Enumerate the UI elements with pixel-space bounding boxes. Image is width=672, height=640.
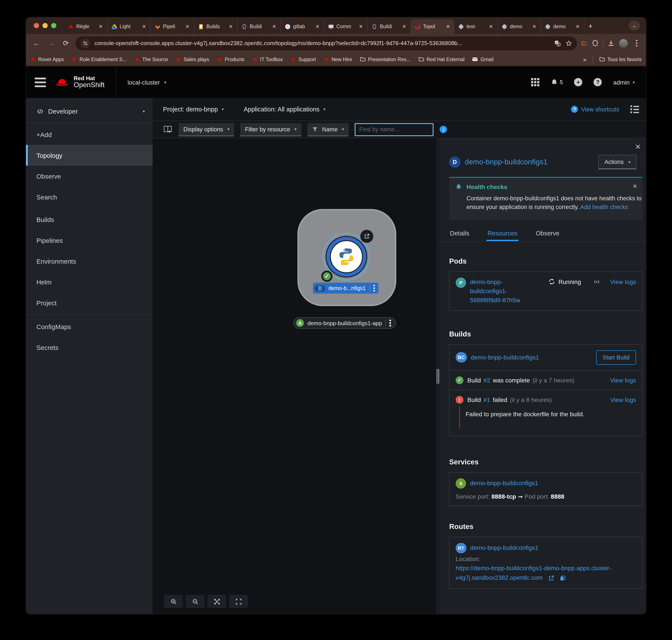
tab-demo-1[interactable]: demo ✕ xyxy=(498,19,541,34)
view-shortcuts-link[interactable]: ? View shortcuts xyxy=(571,106,619,113)
user-menu[interactable]: admin▾ xyxy=(613,79,635,86)
build-number-link[interactable]: #2 xyxy=(483,377,490,383)
tab-close-icon[interactable]: ✕ xyxy=(488,24,494,29)
nav-toggle-hamburger-icon[interactable] xyxy=(35,77,46,87)
bookmark-folder-redhat-external[interactable]: Red Hat External xyxy=(418,56,465,62)
sidebar-item-search[interactable]: Search xyxy=(26,187,152,207)
tab-close-icon[interactable]: ✕ xyxy=(185,24,190,29)
site-info-icon[interactable] xyxy=(81,38,90,48)
bookmark-sales-plays[interactable]: Sales plays xyxy=(176,57,209,62)
filter-by-resource-dropdown[interactable]: Filter by resource▾ xyxy=(240,123,301,136)
buildconfig-name-link[interactable]: demo-bnpp-buildconfigs1 xyxy=(471,353,539,362)
project-selector[interactable]: Project: demo-bnpp▾ xyxy=(163,106,224,113)
profile-avatar[interactable] xyxy=(618,38,628,48)
info-icon[interactable]: i xyxy=(440,126,447,133)
panel-close-icon[interactable]: ✕ xyxy=(635,143,641,151)
tab-close-icon[interactable]: ✕ xyxy=(358,24,364,29)
minimize-window-button[interactable] xyxy=(43,23,48,28)
tab-close-icon[interactable]: ✕ xyxy=(445,24,451,29)
bookmark-role-enablement[interactable]: Role Enablement S... xyxy=(72,57,127,62)
fit-to-screen-button[interactable] xyxy=(207,595,226,608)
zoom-out-button[interactable] xyxy=(186,595,205,608)
sidebar-item-helm[interactable]: Helm xyxy=(26,272,152,292)
bookmark-it-toolbox[interactable]: IT Toolbox xyxy=(252,57,283,62)
new-tab-button[interactable]: + xyxy=(584,19,597,34)
node-label[interactable]: D demo-b...nfigs1 xyxy=(313,283,379,293)
openshift-logo[interactable]: Red HatOpenShift xyxy=(55,76,104,89)
tab-close-icon[interactable]: ✕ xyxy=(272,24,277,29)
bookmark-new-hire[interactable]: New Hire xyxy=(324,57,352,62)
tab-search-chevron[interactable]: ⌄ xyxy=(629,21,640,30)
tab-close-icon[interactable]: ✕ xyxy=(531,24,537,29)
sidebar-item-environments[interactable]: Environments xyxy=(26,251,152,272)
tab-gitlab[interactable]: G gitlab ✕ xyxy=(281,19,324,34)
topology-canvas[interactable]: ✓ D demo-b...nfigs1 A demo-bnpp-buildcon… xyxy=(152,138,436,614)
add-plus-icon[interactable]: + xyxy=(574,78,583,86)
tab-regle[interactable]: Règle ✕ xyxy=(64,19,107,34)
start-build-button[interactable]: Start Build xyxy=(596,350,636,364)
tab-pipeli[interactable]: Pipeli ✕ xyxy=(151,19,194,34)
tab-observe[interactable]: Observe xyxy=(535,227,560,241)
panel-resize-handle[interactable] xyxy=(436,138,440,614)
tab-comm[interactable]: Comm ✕ xyxy=(324,19,368,34)
tab-resources[interactable]: Resources xyxy=(487,227,518,241)
downloads-icon[interactable] xyxy=(608,40,614,46)
cluster-selector[interactable]: local-cluster▾ xyxy=(128,79,166,86)
forward-icon[interactable]: → xyxy=(46,38,56,48)
alert-close-icon[interactable]: ✕ xyxy=(632,183,637,189)
build1-view-logs-link[interactable]: View logs xyxy=(610,396,636,403)
bookmark-gmail[interactable]: Gmail xyxy=(472,56,494,62)
actions-dropdown[interactable]: Actions▾ xyxy=(598,155,637,169)
zoom-in-button[interactable] xyxy=(164,595,183,608)
bookmark-star-icon[interactable] xyxy=(566,40,572,46)
tab-buildi-1[interactable]: Buildi ✕ xyxy=(237,19,281,34)
bookmark-folder-presentation[interactable]: Presentation Res... xyxy=(360,56,411,62)
deployment-node[interactable]: ✓ xyxy=(325,236,367,277)
sidebar-item-project[interactable]: Project xyxy=(26,292,152,313)
name-filter-dropdown[interactable]: Name▾ xyxy=(307,123,349,136)
tab-close-icon[interactable]: ✕ xyxy=(228,24,234,29)
tab-buildi-2[interactable]: Buildi ✕ xyxy=(368,19,411,34)
extensions-puzzle-icon[interactable] xyxy=(592,40,599,46)
address-bar[interactable]: console-openshift-console.apps.cluster-v… xyxy=(75,36,577,50)
tab-topology-active[interactable]: Topol ✕ xyxy=(411,19,454,34)
help-question-icon[interactable]: ? xyxy=(594,78,602,86)
bookmarks-overflow-chevrons[interactable]: » xyxy=(583,56,587,63)
extension-c-icon[interactable]: C: xyxy=(581,40,588,47)
sidebar-item-topology[interactable]: Topology xyxy=(26,145,152,166)
app-launcher-icon[interactable] xyxy=(531,78,539,86)
display-options-dropdown[interactable]: Display options▾ xyxy=(179,123,234,136)
tab-demo-2[interactable]: demo ✕ xyxy=(541,19,584,34)
application-label[interactable]: A demo-bnpp-buildconfigs1-app xyxy=(293,317,396,329)
tab-light[interactable]: Light ✕ xyxy=(107,19,151,34)
bookmark-the-source[interactable]: The Source xyxy=(134,57,168,62)
sidebar-item-configmaps[interactable]: ConfigMaps xyxy=(26,316,152,337)
tab-close-icon[interactable]: ✕ xyxy=(98,24,104,29)
zoom-window-button[interactable] xyxy=(51,23,56,28)
bookmark-all-favorites-folder[interactable]: Tous les favoris xyxy=(599,56,642,62)
tab-close-icon[interactable]: ✕ xyxy=(575,24,581,29)
node-kebab-icon[interactable] xyxy=(370,285,379,292)
route-url-link[interactable]: https://demo-bnpp-buildconfigs1-demo-bnp… xyxy=(456,565,611,581)
build2-view-logs-link[interactable]: View logs xyxy=(610,377,636,383)
pod-status-decorator[interactable]: ✓ xyxy=(321,271,333,282)
application-kebab-icon[interactable] xyxy=(386,320,394,326)
pod-name-link[interactable]: demo-bnpp-buildconfigs1-5886f6f9d9-87h5w xyxy=(470,277,535,305)
reload-icon[interactable]: ⟳ xyxy=(61,38,71,48)
route-name-link[interactable]: demo-bnpp-buildconfigs1 xyxy=(470,543,538,552)
tab-builds[interactable]: Builds ✕ xyxy=(194,19,237,34)
application-selector[interactable]: Application: All applications▾ xyxy=(244,106,325,113)
reset-view-button[interactable] xyxy=(229,595,248,608)
perspective-switcher[interactable]: Developer ▾ xyxy=(26,98,152,123)
browser-menu-kebab-icon[interactable] xyxy=(632,40,641,47)
external-link-icon[interactable] xyxy=(548,575,554,581)
list-view-toggle-icon[interactable] xyxy=(630,105,639,113)
service-name-link[interactable]: demo-bnpp-buildconfigs1 xyxy=(470,479,538,488)
sidebar-item-builds[interactable]: Builds xyxy=(26,209,152,230)
sidebar-item-secrets[interactable]: Secrets xyxy=(26,337,152,358)
pod-view-logs-link[interactable]: View logs xyxy=(610,278,636,285)
add-health-checks-link[interactable]: Add health checks xyxy=(580,204,628,210)
sidebar-item-pipelines[interactable]: Pipelines xyxy=(26,230,152,251)
bookmark-rover-apps[interactable]: Rover Apps xyxy=(30,57,64,62)
sidebar-item-add[interactable]: +Add xyxy=(26,124,152,145)
